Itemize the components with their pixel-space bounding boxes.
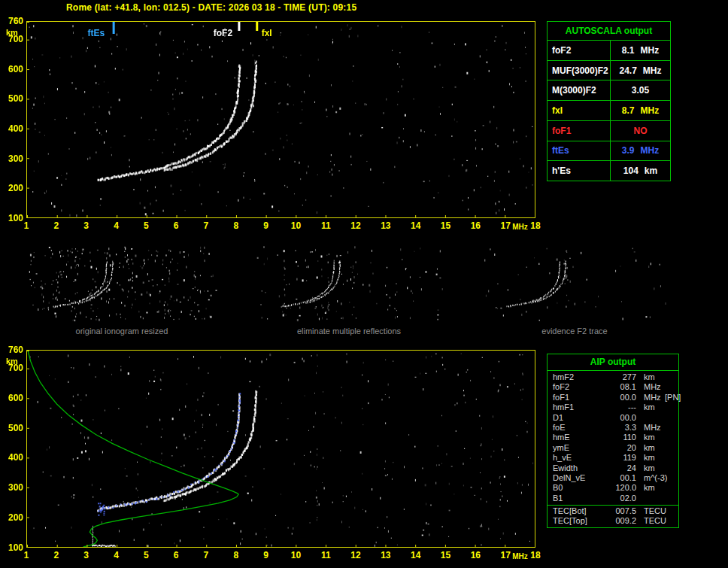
plot1-x-tick: 11	[316, 220, 335, 231]
plot1-y-tick: 760	[0, 16, 23, 26]
aip-row-yme: ymE20km	[548, 443, 678, 453]
plot2-x-unit: MHz	[512, 552, 528, 560]
plot1-y-tick: 500	[0, 93, 23, 104]
plot2-y-tick: 760	[0, 345, 23, 355]
plot1-x-tick: 14	[406, 220, 426, 231]
autoscala-param-value: 3.05	[611, 80, 670, 100]
aip-output-panel: AIP output hmF2277kmfoF208.1MHzfoF100.0M…	[547, 354, 679, 528]
aip-param-label: h_vE	[553, 453, 572, 463]
autoscala-value-unit: MHz	[641, 145, 660, 156]
aip-param-value: 00.0	[596, 413, 636, 423]
aip-row-hme: hmE110km	[548, 433, 678, 442]
aip-row-ewidth: Ewidth24km	[548, 463, 678, 473]
plot2-x-tick: 12	[346, 550, 366, 560]
plot1-x-unit: MHz	[512, 223, 528, 231]
plot1-x-tick: 4	[106, 220, 126, 231]
plot1-x-tick: 15	[436, 220, 456, 231]
aip-row-foe: foE3.3MHz	[548, 423, 678, 433]
aip-param-unit: km	[644, 443, 655, 453]
autoscala-value-unit: MHz	[643, 65, 662, 76]
plot1-marker-label-ftes: ftEs	[87, 28, 105, 38]
aip-param-value: 110	[596, 433, 636, 442]
aip-param-value: 00.1	[596, 473, 636, 483]
plot1-marker-label-fof2: foF2	[214, 28, 232, 38]
autoscala-param-value: 8.7MHz	[611, 101, 670, 120]
thumbnail-evidence-f2-trace	[480, 245, 670, 322]
plot2-y-tick: 600	[0, 393, 23, 403]
plot1-x-tick: 18	[526, 220, 545, 231]
aip-param-unit: MHz	[644, 382, 661, 392]
thumbnail-caption-reflections: eliminate multiple reflections	[266, 327, 432, 336]
aip-param-label: TEC[Top]	[553, 516, 587, 526]
autoscala-param-value: 104km	[611, 161, 670, 181]
plot1-x-tick: 2	[47, 220, 66, 231]
aip-param-unit: km	[644, 372, 655, 382]
aip-param-value: 00.0	[596, 393, 636, 402]
aip-tec-row-tec-top-: TEC[Top]009.2TECU	[548, 516, 678, 526]
aip-tec-row-tec-bot-: TEC[Bot]007.5TECU	[548, 506, 678, 516]
plot1-x-tick: 13	[376, 220, 396, 231]
plot1-y-tick: 200	[0, 183, 23, 193]
thumbnail-caption-f2trace: evidence F2 trace	[492, 327, 657, 336]
autoscala-value-unit: MHz	[641, 45, 660, 56]
autoscala-value-number: 8.7	[622, 105, 635, 116]
aip-row-deln-ve: DelN_vE00.1m^(-3)	[548, 473, 678, 483]
thumbnail-caption-original: original ionogram resized	[39, 327, 205, 336]
autoscala-param-label: foF1	[548, 121, 611, 141]
plot2-x-tick: 3	[77, 550, 96, 560]
aip-param-label: B1	[553, 494, 563, 503]
autoscala-row-fof1: foF1NO	[548, 120, 670, 141]
autoscala-value-number: NO	[634, 126, 648, 136]
plot1-y-tick: 600	[0, 64, 23, 74]
plot2-x-tick: 15	[436, 550, 456, 560]
plot2-x-tick: 7	[196, 550, 216, 560]
plot1-x-tick: 6	[166, 220, 186, 231]
autoscala-param-label: M(3000)F2	[548, 80, 611, 100]
aip-param-value: 20	[596, 443, 636, 453]
autoscala-param-value: 24.7MHz	[611, 61, 670, 80]
autoscala-param-label: fxI	[548, 101, 611, 120]
plot2-x-tick: 9	[256, 550, 276, 560]
autoscala-screen: Rome (lat: +41.8, lon: 012.5) - DATE: 20…	[0, 0, 728, 568]
autoscala-param-label: MUF(3000)F2	[548, 61, 611, 80]
aip-param-value: 24	[596, 463, 636, 473]
aip-param-unit: TECU	[644, 506, 666, 516]
plot2-y-tick: 200	[0, 512, 23, 523]
aip-row-fof2: foF208.1MHz	[548, 382, 678, 392]
plot1-x-tick: 10	[286, 220, 305, 231]
aip-param-label: hmE	[553, 433, 570, 442]
plot2-x-tick: 8	[226, 550, 246, 560]
autoscala-param-label: ftEs	[548, 141, 611, 161]
plot1-x-tick: 5	[136, 220, 156, 231]
plot1-x-tick: 8	[226, 220, 246, 231]
aip-row-b1: B102.0	[548, 494, 678, 503]
aip-param-unit: TECU	[644, 516, 666, 526]
autoscala-row-h-es: h'Es104km	[548, 160, 670, 181]
plot2-x-tick: 18	[526, 550, 545, 560]
aip-param-label: ymE	[553, 443, 569, 453]
aip-param-value: 3.3	[596, 423, 636, 433]
aip-param-value: 02.0	[596, 494, 636, 503]
autoscala-output-rows: foF28.1MHzMUF(3000)F224.7MHzM(3000)F23.0…	[548, 40, 670, 181]
autoscala-value-number: 3.9	[622, 145, 635, 156]
plot1-x-tick: 3	[77, 220, 96, 231]
plot2-x-tick: 16	[466, 550, 485, 560]
plot1-x-tick: 12	[346, 220, 366, 231]
autoscala-value-number: 8.1	[622, 45, 635, 56]
aip-param-label: foF1	[553, 393, 569, 402]
aip-row-hmf2: hmF2277km	[548, 372, 678, 382]
station-header: Rome (lat: +41.8, lon: 012.5) - DATE: 20…	[66, 2, 356, 13]
plot2-x-tick: 6	[166, 550, 186, 560]
aip-param-label: Ewidth	[553, 463, 578, 473]
autoscala-value-number: 3.05	[632, 85, 649, 96]
plot2-x-tick: 11	[316, 550, 335, 560]
autoscala-row-fof2: foF28.1MHz	[548, 40, 670, 60]
aip-param-value: 007.5	[596, 506, 636, 516]
aip-param-unit: km	[644, 483, 655, 493]
plot1-x-tick: 7	[196, 220, 216, 231]
aip-param-unit: km	[644, 402, 655, 412]
plot2-x-tick: 1	[17, 550, 36, 560]
aip-output-rows: hmF2277kmfoF208.1MHzfoF100.0MHz[PN]hmF1-…	[548, 371, 678, 527]
plot2-x-tick: 14	[406, 550, 426, 560]
plot2-y-tick: 300	[0, 482, 23, 493]
